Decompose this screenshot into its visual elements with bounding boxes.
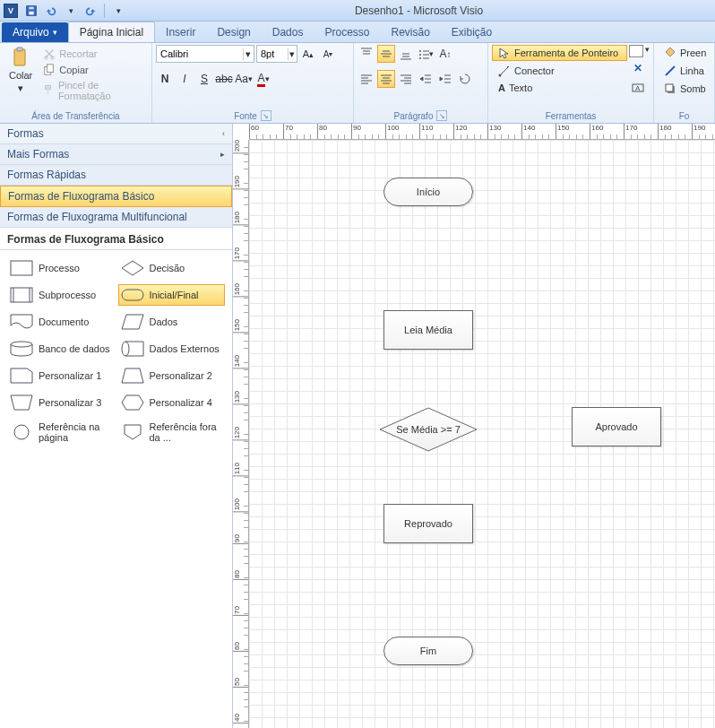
grow-font-icon[interactable]: A▴ bbox=[299, 45, 317, 63]
svg-rect-3 bbox=[14, 49, 25, 65]
category-formas-rapidas[interactable]: Formas Rápidas bbox=[0, 165, 232, 186]
shape-processo[interactable]: Processo bbox=[7, 257, 115, 279]
shape-dados-externos[interactable]: Dados Externos bbox=[118, 338, 226, 360]
bullets-icon[interactable]: ▾ bbox=[417, 45, 435, 63]
flowchart-aprovado[interactable]: Aprovado bbox=[572, 407, 661, 446]
more-shapes-row[interactable]: Mais Formas▸ bbox=[0, 144, 232, 165]
svg-rect-2 bbox=[29, 6, 33, 9]
text-direction-icon[interactable]: A↕ bbox=[436, 45, 454, 63]
text-tool-button[interactable]: ATexto bbox=[492, 81, 627, 95]
text-box-icon[interactable]: A bbox=[629, 79, 647, 97]
font-color-icon[interactable]: A▾ bbox=[254, 70, 272, 88]
flowchart-fim[interactable]: Fim bbox=[383, 637, 473, 665]
align-right-icon[interactable] bbox=[397, 70, 415, 88]
increase-indent-icon[interactable] bbox=[436, 70, 454, 88]
ribbon: Colar▾ Recortar Copiar Pincel de Formata… bbox=[0, 43, 715, 124]
underline-icon[interactable]: S bbox=[195, 70, 213, 88]
group-font: ▾ ▾ A▴ A▾ N I S abc Aa▾ A▾ Fonte↘ bbox=[152, 43, 354, 123]
copy-button[interactable]: Copiar bbox=[39, 63, 148, 77]
undo-icon[interactable] bbox=[43, 3, 59, 19]
shapes-pane-header[interactable]: Formas‹ bbox=[0, 124, 232, 144]
bold-icon[interactable]: N bbox=[156, 70, 174, 88]
flowchart-inicio[interactable]: Início bbox=[383, 178, 473, 206]
shape-personalizar-3[interactable]: Personalizar 3 bbox=[7, 392, 115, 413]
qat-customize-icon[interactable]: ▾ bbox=[110, 3, 126, 19]
category-fluxograma-basico[interactable]: Formas de Fluxograma Básico bbox=[0, 186, 232, 207]
shape-personalizar-1[interactable]: Personalizar 1 bbox=[7, 365, 115, 386]
shape-banco-dados[interactable]: Banco de dados bbox=[7, 338, 115, 360]
align-top-icon[interactable] bbox=[358, 45, 375, 63]
font-family-combo[interactable]: ▾ bbox=[156, 45, 254, 63]
line-button[interactable]: Linha bbox=[658, 63, 712, 79]
paste-button[interactable]: Colar▾ bbox=[4, 45, 38, 96]
shape-decisao[interactable]: Decisão bbox=[118, 257, 226, 279]
canvas-area: 6070809010011012013014015016017018019020… bbox=[233, 124, 715, 728]
drawing-canvas[interactable]: Início Leia Média Se Média >= 7 Aprovado… bbox=[249, 140, 715, 728]
svg-rect-8 bbox=[47, 65, 54, 73]
shape-documento[interactable]: Documento bbox=[7, 311, 115, 333]
tab-dados[interactable]: Dados bbox=[262, 22, 314, 42]
vertical-ruler: 2001901801701601501401301201101009080706… bbox=[233, 140, 249, 728]
svg-text:A: A bbox=[635, 84, 641, 92]
svg-rect-21 bbox=[122, 290, 143, 300]
group-tools: Ferramenta de Ponteiro Conector ATexto ▾… bbox=[488, 43, 654, 123]
group-paragraph: ▾ A↕ Parágrafo↘ bbox=[354, 43, 488, 123]
category-fluxograma-multifuncional[interactable]: Formas de Fluxograma Multifuncional bbox=[0, 207, 232, 228]
shadow-button[interactable]: Somb bbox=[658, 81, 712, 97]
shape-dados[interactable]: Dados bbox=[118, 311, 226, 333]
svg-point-12 bbox=[419, 54, 421, 56]
workspace: Formas‹ Mais Formas▸ Formas Rápidas Form… bbox=[0, 124, 715, 728]
format-painter-button[interactable]: Pincel de Formatação bbox=[39, 79, 148, 102]
tab-inserir[interactable]: Inserir bbox=[155, 22, 206, 42]
close-x-icon[interactable]: ✕ bbox=[629, 59, 647, 77]
case-icon[interactable]: Aa▾ bbox=[235, 70, 253, 88]
svg-rect-10 bbox=[47, 89, 49, 94]
decrease-indent-icon[interactable] bbox=[417, 70, 435, 88]
save-icon[interactable] bbox=[23, 3, 39, 19]
shape-subprocesso[interactable]: Subprocesso bbox=[7, 284, 115, 306]
undo-dropdown-icon[interactable]: ▾ bbox=[63, 3, 79, 19]
shape-grid: Processo Decisão Subprocesso Inicial/Fin… bbox=[0, 250, 232, 728]
file-tab[interactable]: Arquivo▾ bbox=[2, 22, 68, 42]
svg-rect-19 bbox=[11, 261, 32, 275]
qat-separator bbox=[104, 4, 105, 18]
flowchart-decision[interactable]: Se Média >= 7 bbox=[379, 407, 478, 452]
shrink-font-icon[interactable]: A▾ bbox=[319, 45, 337, 63]
font-size-combo[interactable]: ▾ bbox=[256, 45, 297, 63]
shape-referencia-fora[interactable]: Referência fora da ... bbox=[118, 419, 226, 446]
paragraph-dialog-launcher[interactable]: ↘ bbox=[436, 110, 447, 121]
rotate-text-icon[interactable] bbox=[456, 70, 474, 88]
shape-inicial-final[interactable]: Inicial/Final bbox=[118, 284, 226, 306]
group-clipboard: Colar▾ Recortar Copiar Pincel de Formata… bbox=[0, 43, 152, 123]
align-middle-icon[interactable] bbox=[377, 45, 395, 63]
font-dialog-launcher[interactable]: ↘ bbox=[261, 110, 271, 121]
app-icon: V bbox=[4, 4, 18, 18]
rectangle-shape-icon[interactable] bbox=[629, 45, 643, 57]
tab-revisao[interactable]: Revisão bbox=[381, 22, 441, 42]
align-bottom-icon[interactable] bbox=[397, 45, 415, 63]
tab-design[interactable]: Design bbox=[206, 22, 261, 42]
flowchart-leia-media[interactable]: Leia Média bbox=[383, 310, 473, 350]
svg-point-11 bbox=[419, 50, 421, 52]
align-left-icon[interactable] bbox=[358, 70, 375, 88]
shape-personalizar-2[interactable]: Personalizar 2 bbox=[118, 365, 226, 386]
pointer-tool-button[interactable]: Ferramenta de Ponteiro bbox=[492, 45, 627, 61]
shape-personalizar-4[interactable]: Personalizar 4 bbox=[118, 392, 226, 413]
redo-icon[interactable] bbox=[82, 3, 99, 19]
align-center-icon[interactable] bbox=[377, 70, 395, 88]
italic-icon[interactable]: I bbox=[176, 70, 194, 88]
svg-rect-9 bbox=[46, 85, 51, 89]
svg-rect-18 bbox=[666, 84, 673, 91]
tab-exibicao[interactable]: Exibição bbox=[441, 22, 503, 42]
strike-icon[interactable]: abc bbox=[215, 70, 233, 88]
tab-pagina-inicial[interactable]: Página Inicial bbox=[68, 22, 155, 42]
window-title: Desenho1 - Microsoft Visio bbox=[126, 4, 711, 17]
shape-dropdown-icon[interactable]: ▾ bbox=[645, 45, 650, 57]
svg-point-23 bbox=[14, 425, 29, 439]
tab-processo[interactable]: Processo bbox=[314, 22, 380, 42]
connector-tool-button[interactable]: Conector bbox=[492, 63, 627, 79]
cut-button[interactable]: Recortar bbox=[39, 47, 148, 61]
flowchart-reprovado[interactable]: Reprovado bbox=[383, 504, 473, 543]
fill-button[interactable]: Preen bbox=[658, 45, 712, 61]
shape-referencia-pagina[interactable]: Referência na página bbox=[7, 419, 115, 446]
